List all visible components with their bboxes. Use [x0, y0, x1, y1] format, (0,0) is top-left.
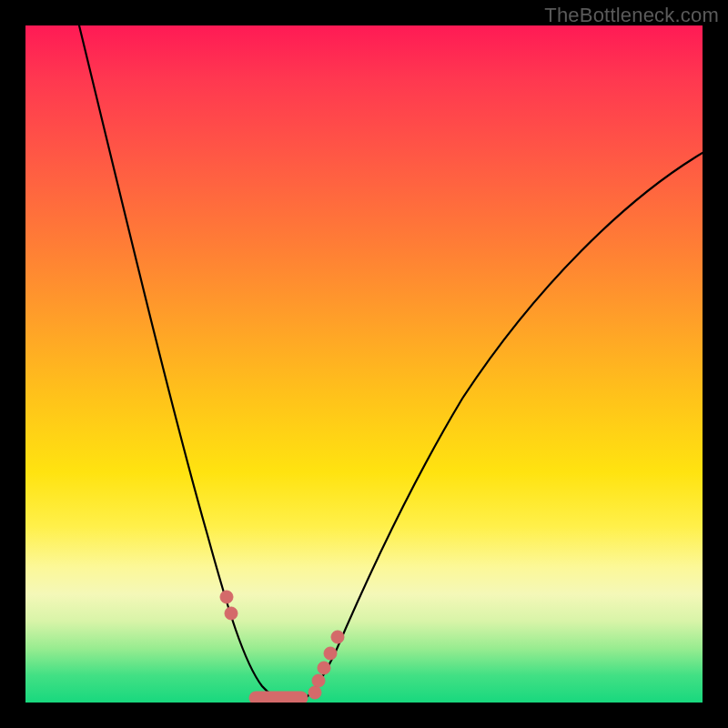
svg-rect-2: [249, 692, 308, 703]
watermark-text: TheBottleneck.com: [544, 4, 719, 27]
optimal-range-markers: [220, 591, 344, 703]
bottleneck-curve: [79, 25, 703, 701]
bottleneck-curve-svg: [25, 25, 703, 703]
svg-point-7: [331, 631, 344, 643]
svg-point-1: [225, 607, 238, 620]
svg-point-4: [312, 674, 325, 687]
svg-point-5: [318, 662, 330, 674]
chart-frame: TheBottleneck.com: [0, 0, 728, 728]
svg-point-6: [324, 647, 337, 660]
plot-area: [25, 25, 703, 703]
svg-point-0: [220, 591, 233, 603]
svg-point-3: [308, 686, 321, 699]
